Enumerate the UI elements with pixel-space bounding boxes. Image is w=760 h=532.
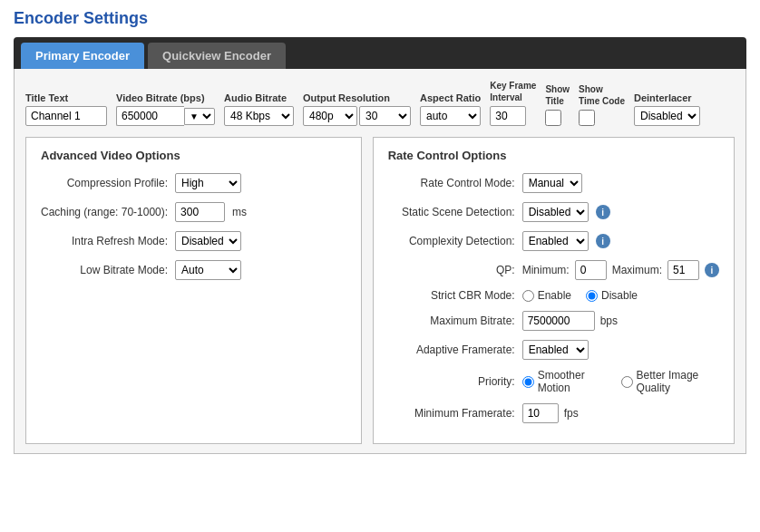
minimum-framerate-input[interactable]	[522, 403, 559, 423]
strict-cbr-radio-group: Enable Disable	[522, 289, 638, 302]
adaptive-framerate-select[interactable]: Enabled Disabled	[522, 340, 589, 360]
minimum-framerate-row: Minimum Framerate: fps	[388, 403, 719, 423]
static-scene-detection-row: Static Scene Detection: Disabled Enabled…	[388, 202, 719, 222]
rate-control-panel: Rate Control Options Rate Control Mode: …	[373, 137, 735, 444]
key-frame-interval-label: Key FrameInterval	[490, 80, 536, 103]
tab-primary[interactable]: Primary Encoder	[21, 43, 144, 69]
title-text-field: Title Text	[25, 92, 107, 126]
compression-profile-label: Compression Profile:	[41, 177, 168, 189]
advanced-video-panel: Advanced Video Options Compression Profi…	[25, 137, 362, 444]
tabs-bar: Primary Encoder Quickview Encoder	[14, 37, 746, 69]
strict-cbr-disable-radio[interactable]	[586, 290, 598, 302]
video-bitrate-group: ▼	[116, 106, 215, 126]
static-scene-info-icon[interactable]: i	[596, 205, 610, 219]
strict-cbr-enable-text: Enable	[538, 289, 571, 302]
adaptive-framerate-row: Adaptive Framerate: Enabled Disabled	[388, 340, 719, 360]
strict-cbr-label: Strict CBR Mode:	[388, 289, 515, 302]
aspect-ratio-select[interactable]: auto 4:3 16:9	[420, 106, 481, 126]
rate-control-title: Rate Control Options	[388, 149, 719, 162]
audio-bitrate-field: Audio Bitrate 48 Kbps 96 Kbps 128 Kbps 1…	[224, 92, 294, 126]
fps-select[interactable]: 24 25 29.97 30 60	[359, 106, 411, 126]
maximum-bitrate-input[interactable]	[522, 311, 595, 331]
qp-row: QP: Minimum: Maximum: i	[388, 260, 719, 280]
qp-max-input[interactable]	[667, 260, 699, 280]
intra-refresh-mode-row: Intra Refresh Mode: Disabled Enabled	[41, 231, 346, 251]
show-time-code-field: ShowTime Code	[579, 83, 625, 126]
show-title-label: ShowTitle	[545, 83, 570, 107]
compression-profile-row: Compression Profile: High Main Baseline	[41, 173, 346, 193]
adaptive-framerate-label: Adaptive Framerate:	[388, 343, 515, 356]
compression-profile-select[interactable]: High Main Baseline	[175, 173, 241, 193]
priority-quality-radio[interactable]	[621, 376, 633, 388]
priority-label: Priority:	[388, 375, 515, 388]
caching-input[interactable]	[175, 202, 225, 222]
minimum-framerate-input-group: fps	[522, 403, 579, 423]
qp-max-label: Maximum:	[612, 264, 662, 276]
audio-bitrate-label: Audio Bitrate	[224, 92, 294, 103]
maximum-bitrate-row: Maximum Bitrate: bps	[388, 311, 719, 331]
page-title: Encoder Settings	[14, 9, 746, 28]
output-resolution-label: Output Resolution	[303, 92, 411, 103]
strict-cbr-enable-radio[interactable]	[522, 290, 534, 302]
video-bitrate-unit-select[interactable]: ▼	[184, 108, 215, 125]
priority-row: Priority: Smoother Motion Better Image Q…	[388, 369, 719, 394]
deinterlacer-label: Deinterlacer	[634, 92, 700, 103]
resolution-select[interactable]: 480p 720p 1080p	[303, 106, 357, 126]
intra-refresh-mode-select[interactable]: Disabled Enabled	[175, 231, 241, 251]
maximum-bitrate-unit: bps	[600, 314, 618, 327]
rate-control-mode-select[interactable]: Manual CBR VBR	[522, 173, 582, 193]
complexity-detection-info-icon[interactable]: i	[596, 234, 610, 248]
rate-control-mode-label: Rate Control Mode:	[388, 177, 515, 189]
deinterlacer-select[interactable]: Disabled Enabled	[634, 106, 700, 126]
priority-quality-label[interactable]: Better Image Quality	[621, 369, 719, 394]
video-bitrate-input[interactable]	[116, 106, 184, 126]
title-text-label: Title Text	[25, 92, 107, 103]
low-bitrate-mode-row: Low Bitrate Mode: Auto Disabled Enabled	[41, 260, 346, 280]
aspect-ratio-field: Aspect Ratio auto 4:3 16:9	[420, 92, 481, 126]
low-bitrate-mode-select[interactable]: Auto Disabled Enabled	[175, 260, 241, 280]
key-frame-interval-field: Key FrameInterval	[490, 80, 536, 126]
caching-row: Caching (range: 70-1000): ms	[41, 202, 346, 222]
caching-unit: ms	[232, 206, 247, 218]
priority-smoother-label[interactable]: Smoother Motion	[522, 369, 607, 394]
video-bitrate-label: Video Bitrate (bps)	[116, 92, 215, 103]
static-scene-detection-label: Static Scene Detection:	[388, 206, 515, 218]
qp-info-icon[interactable]: i	[705, 263, 719, 277]
strict-cbr-enable-label[interactable]: Enable	[522, 289, 571, 302]
static-scene-detection-select[interactable]: Disabled Enabled	[522, 202, 589, 222]
low-bitrate-mode-label: Low Bitrate Mode:	[41, 264, 168, 276]
complexity-detection-label: Complexity Detection:	[388, 235, 515, 247]
strict-cbr-disable-label[interactable]: Disable	[586, 289, 638, 302]
priority-radio-group: Smoother Motion Better Image Quality	[522, 369, 719, 394]
maximum-bitrate-label: Maximum Bitrate:	[388, 314, 515, 327]
priority-quality-text: Better Image Quality	[637, 369, 719, 394]
show-title-checkbox[interactable]	[545, 110, 561, 126]
show-title-field: ShowTitle	[545, 83, 570, 126]
title-text-input[interactable]	[25, 106, 107, 126]
priority-smoother-radio[interactable]	[522, 376, 534, 388]
caching-label: Caching (range: 70-1000):	[41, 206, 168, 218]
qp-min-input[interactable]	[575, 260, 607, 280]
advanced-video-title: Advanced Video Options	[41, 149, 346, 162]
qp-label: QP:	[388, 264, 515, 276]
minimum-framerate-unit: fps	[564, 407, 579, 420]
minimum-framerate-label: Minimum Framerate:	[388, 407, 515, 420]
show-time-code-checkbox[interactable]	[579, 110, 595, 126]
key-frame-interval-input[interactable]	[490, 106, 526, 126]
priority-smoother-text: Smoother Motion	[538, 369, 607, 394]
strict-cbr-row: Strict CBR Mode: Enable Disable	[388, 289, 719, 302]
aspect-ratio-label: Aspect Ratio	[420, 92, 481, 103]
content-area: Title Text Video Bitrate (bps) ▼ Audio B…	[14, 69, 746, 454]
complexity-detection-row: Complexity Detection: Enabled Disabled i	[388, 231, 719, 251]
show-time-code-label: ShowTime Code	[579, 83, 625, 107]
lower-panels: Advanced Video Options Compression Profi…	[25, 137, 735, 444]
output-resolution-field: Output Resolution 480p 720p 1080p 24 25 …	[303, 92, 411, 126]
qp-min-label: Minimum:	[522, 264, 570, 276]
rate-control-mode-row: Rate Control Mode: Manual CBR VBR	[388, 173, 719, 193]
complexity-detection-select[interactable]: Enabled Disabled	[522, 231, 589, 251]
audio-bitrate-select[interactable]: 48 Kbps 96 Kbps 128 Kbps 192 Kbps	[224, 106, 294, 126]
top-fields-row: Title Text Video Bitrate (bps) ▼ Audio B…	[25, 80, 735, 126]
output-resolution-group: 480p 720p 1080p 24 25 29.97 30 60	[303, 106, 411, 126]
tab-quickview[interactable]: Quickview Encoder	[148, 43, 286, 69]
qp-controls: Minimum: Maximum: i	[522, 260, 719, 280]
